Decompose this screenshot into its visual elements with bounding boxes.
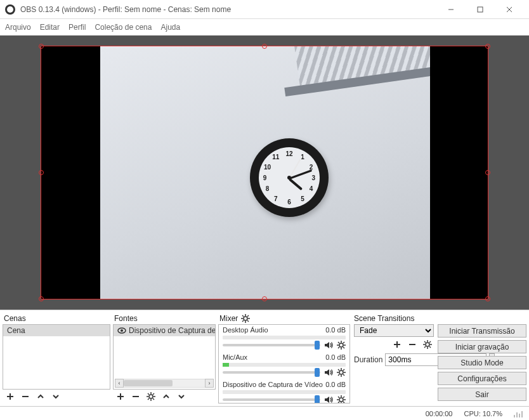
menu-file[interactable]: Arquivo bbox=[5, 23, 31, 32]
sources-scrollbar[interactable]: ‹ › bbox=[115, 379, 214, 388]
clock-num-3: 3 bbox=[312, 174, 316, 181]
controls-panel: Iniciar Transmissão Iniciar gravação Stu… bbox=[438, 313, 526, 404]
mixer-level-meter bbox=[223, 336, 346, 339]
sources-title: Fontes bbox=[114, 314, 138, 323]
scroll-thumb[interactable] bbox=[124, 380, 173, 386]
transitions-title: Scene Transitions bbox=[354, 314, 414, 323]
svg-point-8 bbox=[121, 329, 123, 332]
speaker-icon[interactable] bbox=[324, 341, 333, 350]
mixer-channel-name: Mic/Aux bbox=[223, 353, 247, 361]
close-button[interactable] bbox=[495, 0, 524, 19]
scroll-right-button[interactable]: › bbox=[205, 379, 214, 388]
scroll-left-button[interactable]: ‹ bbox=[115, 379, 124, 388]
menu-bar: Arquivo Editar Perfil Coleção de cena Aj… bbox=[0, 19, 529, 36]
mixer-volume-slider[interactable] bbox=[223, 344, 320, 346]
speaker-icon[interactable] bbox=[324, 395, 333, 404]
mixer-channel-db: 0.0 dB bbox=[325, 353, 346, 361]
svg-line-27 bbox=[247, 320, 249, 322]
clock-num-12: 12 bbox=[285, 150, 292, 157]
exit-button[interactable]: Sair bbox=[438, 388, 526, 401]
svg-line-18 bbox=[153, 398, 154, 400]
scenes-list[interactable]: Cena bbox=[3, 324, 110, 390]
source-up-button[interactable] bbox=[161, 391, 171, 402]
clock-num-5: 5 bbox=[301, 195, 304, 202]
preview-area[interactable]: 12 1 2 3 4 5 6 7 8 9 10 11 bbox=[0, 36, 529, 310]
mixer-settings-icon[interactable] bbox=[241, 314, 250, 323]
mixer-channel: Dispositivo de Captura de Vídeo 0.0 dB bbox=[219, 379, 349, 404]
menu-edit[interactable]: Editar bbox=[40, 23, 60, 32]
source-item-label: Dispositivo de Captura de Vídeo bbox=[129, 326, 216, 335]
svg-point-12 bbox=[149, 395, 153, 398]
app-icon bbox=[5, 4, 15, 15]
svg-line-20 bbox=[148, 398, 149, 400]
remove-transition-button[interactable] bbox=[407, 339, 417, 350]
start-streaming-button[interactable]: Iniciar Transmissão bbox=[438, 324, 526, 338]
menu-profile[interactable]: Perfil bbox=[69, 23, 86, 32]
minimize-button[interactable] bbox=[436, 0, 466, 19]
preview-source[interactable]: 12 1 2 3 4 5 6 7 8 9 10 11 bbox=[100, 46, 430, 299]
svg-line-37 bbox=[343, 347, 344, 348]
title-bar: OBS 0.13.4 (windows) - Perfil: Sem nome … bbox=[0, 0, 529, 19]
resize-handle-bl[interactable] bbox=[39, 296, 44, 301]
remove-source-button[interactable] bbox=[131, 391, 141, 402]
mixer-channel-name: Dispositivo de Captura de Vídeo bbox=[223, 381, 323, 388]
transitions-panel: Scene Transitions Fade Duration ▲▼ bbox=[353, 313, 435, 404]
scene-down-button[interactable] bbox=[51, 391, 61, 402]
svg-line-68 bbox=[424, 341, 426, 343]
scenes-toolbar bbox=[3, 390, 110, 404]
mixer-channel: Desktop Áudio 0.0 dB bbox=[219, 325, 349, 352]
svg-marker-50 bbox=[325, 397, 329, 403]
svg-line-57 bbox=[343, 402, 344, 403]
transition-settings-button[interactable] bbox=[422, 339, 433, 350]
add-scene-button[interactable] bbox=[5, 391, 15, 402]
window-title: OBS 0.13.4 (windows) - Perfil: Sem nome … bbox=[20, 5, 436, 14]
clock-num-10: 10 bbox=[264, 163, 271, 170]
resize-handle-br[interactable] bbox=[485, 296, 490, 301]
source-down-button[interactable] bbox=[176, 391, 186, 402]
resize-handle-tr[interactable] bbox=[485, 44, 490, 49]
remove-scene-button[interactable] bbox=[20, 391, 30, 402]
sources-list[interactable]: Dispositivo de Captura de Vídeo ‹ › bbox=[113, 324, 216, 390]
status-time: 00:00:00 bbox=[426, 410, 453, 417]
mixer-channel: Mic/Aux 0.0 dB bbox=[219, 352, 349, 379]
speaker-icon[interactable] bbox=[324, 368, 333, 377]
source-item[interactable]: Dispositivo de Captura de Vídeo bbox=[114, 325, 215, 336]
scene-item[interactable]: Cena bbox=[3, 325, 110, 336]
preview-canvas[interactable]: 12 1 2 3 4 5 6 7 8 9 10 11 bbox=[41, 46, 488, 299]
status-cpu: CPU: 10.7% bbox=[464, 410, 502, 417]
eye-icon[interactable] bbox=[117, 327, 126, 334]
add-source-button[interactable] bbox=[115, 391, 126, 402]
source-properties-button[interactable] bbox=[146, 391, 156, 402]
mixer-channel-db: 0.0 dB bbox=[325, 381, 346, 388]
duration-label: Duration bbox=[354, 355, 382, 364]
gear-icon[interactable] bbox=[337, 395, 346, 404]
mixer-level-meter bbox=[223, 390, 346, 394]
svg-line-58 bbox=[343, 397, 344, 398]
svg-marker-30 bbox=[325, 342, 329, 348]
svg-point-31 bbox=[339, 343, 343, 347]
gear-icon[interactable] bbox=[337, 368, 346, 377]
mixer-volume-slider[interactable] bbox=[223, 398, 320, 401]
menu-help[interactable]: Ajuda bbox=[160, 23, 180, 32]
menu-scene-collection[interactable]: Coleção de cena bbox=[95, 23, 152, 32]
svg-line-69 bbox=[429, 346, 431, 348]
maximize-button[interactable] bbox=[466, 0, 495, 19]
svg-line-47 bbox=[343, 374, 344, 376]
mixer-volume-slider[interactable] bbox=[223, 371, 320, 374]
settings-button[interactable]: Configurações bbox=[438, 372, 526, 385]
resize-handle-tl[interactable] bbox=[39, 44, 44, 49]
gear-icon[interactable] bbox=[337, 341, 346, 350]
status-vu-meter bbox=[514, 410, 523, 417]
clock-num-9: 9 bbox=[263, 174, 267, 181]
scene-up-button[interactable] bbox=[36, 391, 46, 402]
resize-handle-r[interactable] bbox=[485, 170, 490, 175]
scroll-track[interactable] bbox=[124, 379, 205, 388]
add-transition-button[interactable] bbox=[392, 339, 402, 350]
transition-select[interactable]: Fade bbox=[354, 324, 434, 337]
start-recording-button[interactable]: Iniciar gravação bbox=[438, 340, 526, 353]
studio-mode-button[interactable]: Studio Mode bbox=[438, 356, 526, 369]
resize-handle-l[interactable] bbox=[39, 170, 44, 175]
svg-point-63 bbox=[426, 343, 429, 346]
clock-num-7: 7 bbox=[274, 195, 278, 202]
svg-line-59 bbox=[338, 402, 339, 403]
